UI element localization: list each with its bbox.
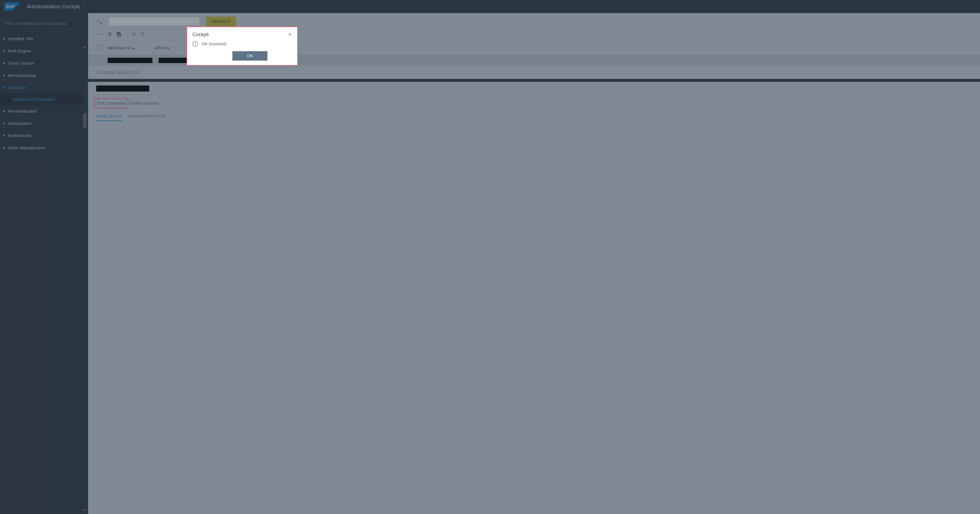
delete-icon[interactable]: 🗑	[108, 32, 112, 37]
app-title-text: Administration Cockpit	[27, 3, 80, 10]
sidebar-item-worldline[interactable]: Worldline	[0, 81, 83, 94]
column-label: Merchant ID	[108, 45, 131, 50]
chevron-right-icon	[4, 122, 5, 125]
search-input[interactable]	[108, 17, 200, 26]
dialog-message: OK (success)	[202, 42, 226, 46]
sidebar: Filter tree (Alt+Down for options) Deepl…	[0, 13, 88, 514]
sidebar-item-deeplink-urls[interactable]: Deeplink Urls	[0, 33, 83, 45]
sidebar-item-label: Order Management	[8, 145, 45, 150]
plus-icon: ＋	[96, 31, 101, 37]
cell-merchant-id-redacted	[108, 58, 153, 63]
chevron-right-icon	[4, 62, 5, 64]
sidebar-item-personalization[interactable]: Personalization	[0, 105, 83, 117]
tree-filter-input[interactable]: Filter tree (Alt+Down for options)	[2, 18, 77, 29]
ok-button[interactable]: OK	[232, 51, 267, 61]
chevron-right-icon	[4, 50, 5, 52]
detail-tabs: WORLDLINE ADMINISTRATION	[96, 112, 972, 121]
sidebar-item-label: Subscription	[8, 121, 32, 126]
contact-support-button[interactable]: Contact Support	[128, 99, 159, 108]
sidebar-item-label: Worldline	[9, 85, 26, 90]
detail-pane: Test Connection Contact Support WORLDLIN…	[88, 82, 980, 125]
tab-worldline[interactable]: WORLDLINE	[96, 114, 122, 121]
sidebar-subitem-worldline-configuration[interactable]: Worldline Configuration	[0, 94, 83, 105]
add-button[interactable]: ＋ ▾	[96, 31, 103, 37]
scroll-up-icon	[83, 46, 86, 48]
pane-splitter[interactable]	[88, 79, 980, 82]
sidebar-item-merchandising[interactable]: Merchandising	[0, 69, 83, 81]
bulk-edit-icon[interactable]: ☲	[140, 32, 145, 37]
sidebar-item-label: Entitlements	[8, 133, 32, 138]
app-header: SAP Administration Cockpit ▼	[0, 0, 980, 13]
column-api-key[interactable]: API Key	[154, 45, 170, 50]
sidebar-item-label: Merchandising	[8, 73, 36, 78]
search-button[interactable]: SEARCH	[206, 17, 236, 26]
chevron-right-icon	[4, 74, 5, 77]
chevron-down-icon: ▼	[82, 5, 84, 8]
sidebar-item-order-management[interactable]: Order Management	[0, 142, 83, 154]
chevron-right-icon	[4, 110, 5, 112]
close-icon[interactable]: ✕	[288, 32, 292, 37]
chevron-right-icon	[4, 134, 5, 137]
toolbar-separator	[126, 31, 127, 37]
app-title-dropdown[interactable]: Administration Cockpit ▼	[27, 3, 84, 10]
tab-administration[interactable]: ADMINISTRATION	[128, 114, 165, 121]
cockpit-dialog: Cockpit ✕ i OK (success) OK	[186, 27, 298, 65]
sap-logo: SAP	[5, 2, 21, 11]
row-selected-icon: ✓	[96, 58, 102, 63]
select-all-checkbox[interactable]	[96, 45, 102, 51]
scroll-thumb[interactable]	[83, 113, 86, 128]
selection-status: 0 ITEMS SELECTED	[88, 66, 980, 79]
main-content: 🔍+ SEARCH ＋ ▾ 🗑 CSV ⚖ ☲ Merchant ID API …	[88, 13, 980, 514]
info-icon: i	[192, 41, 198, 47]
dialog-title: Cockpit	[192, 32, 209, 37]
sort-asc-icon	[132, 47, 135, 49]
detail-title-redacted	[96, 85, 149, 92]
sidebar-item-label: Personalization	[8, 109, 37, 113]
chevron-down-icon: ▾	[102, 33, 103, 36]
export-csv-icon[interactable]: CSV	[116, 32, 121, 37]
sidebar-item-label: Rule Engine	[8, 49, 31, 53]
chevron-right-icon	[4, 38, 5, 40]
sidebar-item-subscription[interactable]: Subscription	[0, 117, 83, 129]
sidebar-item-entitlements[interactable]: Entitlements	[0, 129, 83, 142]
column-merchant-id[interactable]: Merchant ID	[108, 45, 148, 50]
scroll-down-icon	[83, 509, 86, 511]
test-connection-button[interactable]: Test Connection	[94, 98, 128, 108]
sidebar-item-rule-engine[interactable]: Rule Engine	[0, 45, 83, 57]
sidebar-item-label: Ticket System	[8, 61, 35, 65]
sidebar-item-label: Deeplink Urls	[8, 36, 33, 41]
sidebar-scrollbar[interactable]	[83, 45, 87, 512]
compare-icon[interactable]: ⚖	[132, 32, 136, 37]
sidebar-item-ticket-system[interactable]: Ticket System	[0, 57, 83, 69]
chevron-right-icon	[4, 147, 5, 149]
advanced-search-icon[interactable]: 🔍+	[96, 19, 102, 24]
chevron-down-icon	[4, 87, 6, 88]
